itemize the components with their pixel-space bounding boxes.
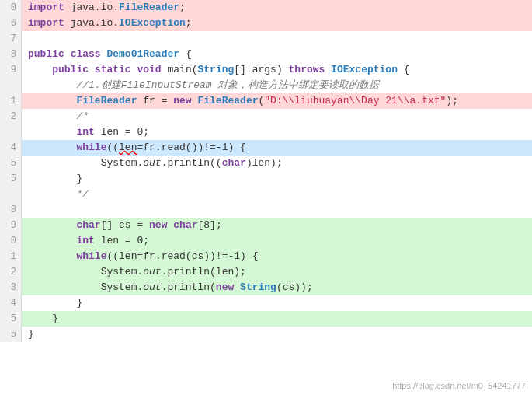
code-line: 0import java.io.FileReader; bbox=[0, 0, 532, 16]
line-number bbox=[0, 124, 22, 140]
line-content: public static void main(String[] args) t… bbox=[22, 62, 532, 78]
line-number: 9 bbox=[0, 218, 22, 233]
code-line: 4 } bbox=[0, 295, 532, 311]
code-line: //1.创建FileInputStream 对象，构造方法中绑定要读取的数据 bbox=[0, 78, 532, 93]
code-line: 9 char[] cs = new char[8]; bbox=[0, 218, 532, 233]
line-content: int len = 0; bbox=[22, 124, 532, 140]
line-content: public class Demo01Reader { bbox=[22, 47, 532, 62]
line-number: 0 bbox=[0, 233, 22, 249]
line-content: /* bbox=[22, 109, 532, 124]
line-content: char[] cs = new char[8]; bbox=[22, 218, 532, 233]
code-line: int len = 0; bbox=[0, 124, 532, 140]
line-number: 1 bbox=[0, 93, 22, 109]
line-number: 5 bbox=[0, 156, 22, 171]
line-content: } bbox=[22, 327, 532, 342]
line-content: while((len=fr.read(cs))!=-1) { bbox=[22, 249, 532, 264]
line-number: 7 bbox=[0, 31, 22, 47]
line-number: 0 bbox=[0, 0, 22, 16]
line-content: System.out.println(new String(cs)); bbox=[22, 280, 532, 295]
line-content: import java.io.IOException; bbox=[22, 16, 532, 31]
line-number: 2 bbox=[0, 264, 22, 280]
code-line: 1 FileReader fr = new FileReader("D:\\li… bbox=[0, 93, 532, 109]
line-number bbox=[0, 78, 22, 93]
line-content: //1.创建FileInputStream 对象，构造方法中绑定要读取的数据 bbox=[22, 78, 532, 93]
code-line: 5 } bbox=[0, 311, 532, 327]
code-line: */ bbox=[0, 187, 532, 202]
code-line: 1 while((len=fr.read(cs))!=-1) { bbox=[0, 249, 532, 264]
line-content: } bbox=[22, 295, 532, 311]
line-number: 9 bbox=[0, 62, 22, 78]
line-number: 1 bbox=[0, 249, 22, 264]
line-content bbox=[22, 31, 532, 47]
line-content: import java.io.FileReader; bbox=[22, 0, 532, 16]
code-line: 5 System.out.println((char)len); bbox=[0, 156, 532, 171]
code-editor: 0import java.io.FileReader;6import java.… bbox=[0, 0, 532, 395]
code-line: 4 while((len=fr.read())!=-1) { bbox=[0, 140, 532, 156]
line-number: 8 bbox=[0, 47, 22, 62]
line-content: */ bbox=[22, 187, 532, 202]
line-content: System.out.println(len); bbox=[22, 264, 532, 280]
code-line: 3 System.out.println(new String(cs)); bbox=[0, 280, 532, 295]
line-number: 8 bbox=[0, 202, 22, 218]
code-line: 5} bbox=[0, 327, 532, 342]
code-line: 9 public static void main(String[] args)… bbox=[0, 62, 532, 78]
line-content: while((len=fr.read())!=-1) { bbox=[22, 140, 532, 156]
line-content bbox=[22, 202, 532, 218]
line-content: System.out.println((char)len); bbox=[22, 156, 532, 171]
code-line: 5 } bbox=[0, 171, 532, 187]
watermark: https://blog.csdn.net/m0_54241777 bbox=[392, 381, 526, 390]
line-number: 6 bbox=[0, 16, 22, 31]
line-number: 5 bbox=[0, 327, 22, 342]
line-content: int len = 0; bbox=[22, 233, 532, 249]
line-number: 4 bbox=[0, 295, 22, 311]
line-content: FileReader fr = new FileReader("D:\\liuh… bbox=[22, 93, 532, 109]
code-line: 2 /* bbox=[0, 109, 532, 124]
code-line: 2 System.out.println(len); bbox=[0, 264, 532, 280]
line-number: 5 bbox=[0, 171, 22, 187]
line-number: 3 bbox=[0, 280, 22, 295]
line-content: } bbox=[22, 171, 532, 187]
code-line: 7 bbox=[0, 31, 532, 47]
line-number: 5 bbox=[0, 311, 22, 327]
code-line: 8 bbox=[0, 202, 532, 218]
code-line: 6import java.io.IOException; bbox=[0, 16, 532, 31]
code-line: 8public class Demo01Reader { bbox=[0, 47, 532, 62]
line-content: } bbox=[22, 311, 532, 327]
line-number: 2 bbox=[0, 109, 22, 124]
code-area: 0import java.io.FileReader;6import java.… bbox=[0, 0, 532, 395]
code-line: 0 int len = 0; bbox=[0, 233, 532, 249]
line-number bbox=[0, 187, 22, 202]
line-number: 4 bbox=[0, 140, 22, 156]
